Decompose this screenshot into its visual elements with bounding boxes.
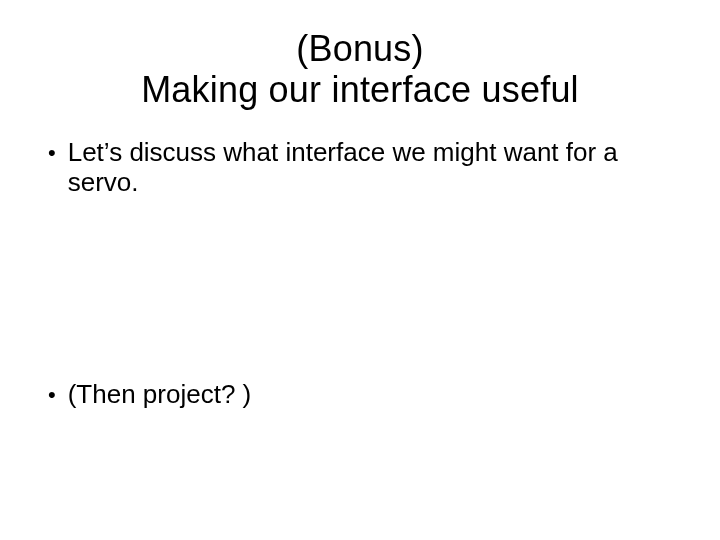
title-line-2: Making our interface useful [44, 69, 676, 110]
bullet-item-1: • Let’s discuss what interface we might … [48, 137, 676, 198]
bullet-dot-icon: • [48, 137, 68, 168]
bullet-text-1: Let’s discuss what interface we might wa… [68, 137, 668, 198]
bullet-dot-icon: • [48, 379, 68, 410]
bullet-item-2: • (Then project? ) [48, 379, 676, 410]
bullet-text-2: (Then project? ) [68, 379, 252, 410]
title-line-1: (Bonus) [44, 28, 676, 69]
slide: (Bonus) Making our interface useful • Le… [0, 0, 720, 540]
slide-title: (Bonus) Making our interface useful [44, 28, 676, 111]
slide-body: • Let’s discuss what interface we might … [44, 137, 676, 517]
